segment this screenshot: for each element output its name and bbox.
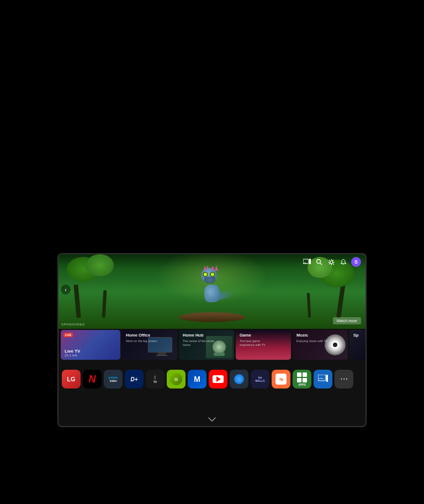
youtube-app[interactable]	[209, 370, 227, 389]
disney-plus-app[interactable]: D+	[125, 370, 144, 389]
tv-screen: S	[57, 253, 367, 427]
prime-logo: prime video	[109, 376, 118, 382]
bell-icon[interactable]	[339, 258, 348, 266]
lg-channels-app[interactable]: LG	[62, 370, 81, 389]
game-subtitle: The best game experience with TV	[240, 339, 273, 347]
live-badge: LIVE	[63, 333, 73, 337]
apps-grid-logo: APPS	[297, 372, 307, 386]
music-card[interactable]: Music Enjoying music with TV	[293, 330, 348, 360]
search-icon[interactable]	[315, 258, 324, 266]
music-subtitle: Enjoying music with TV	[296, 339, 328, 343]
home-office-title: Home Office	[126, 333, 150, 338]
prime-video-app[interactable]: prime video	[104, 370, 123, 389]
dragon-character	[193, 262, 231, 307]
svg-point-4	[330, 261, 333, 264]
apps-grid-app[interactable]: APPS	[293, 370, 311, 389]
svg-rect-1	[309, 259, 311, 264]
apple-tv-app[interactable]:  TV	[146, 370, 165, 389]
game-card[interactable]: Game The best game experience with TV	[236, 330, 291, 360]
home-office-subtitle: Work on the big screen	[126, 339, 157, 343]
user-avatar[interactable]: S	[351, 257, 361, 267]
tv-cast-app[interactable]	[314, 370, 332, 389]
more-icon: ⋯	[340, 375, 348, 384]
paramount-logo: M	[191, 373, 203, 385]
top-bar: S	[298, 254, 365, 270]
paramount-app[interactable]: M	[188, 370, 206, 389]
settings-icon[interactable]	[327, 258, 336, 266]
geforce-logo: G	[170, 373, 182, 385]
sports-title: Sp	[353, 333, 359, 338]
live-tv-channel: 25-1 tvN	[65, 354, 80, 357]
netflix-app[interactable]: N	[83, 370, 102, 389]
home-hub-title: Home Hub	[183, 333, 204, 338]
vinyl-center	[333, 343, 337, 347]
sponsored-label: SPONSORED	[61, 323, 85, 326]
geforce-now-app[interactable]: G	[167, 370, 186, 389]
shopen-logo: 🛍	[275, 374, 287, 385]
watch-more-button[interactable]: Watch more	[333, 317, 361, 324]
prev-hero-button[interactable]: ‹	[61, 285, 71, 295]
sports-card[interactable]: Sp	[349, 330, 365, 360]
youtube-logo	[213, 375, 224, 383]
live-tv-title: Live TV	[65, 349, 80, 354]
content-cards-row: LIVE Live TV 25-1 tvN Home Office Work o…	[59, 330, 365, 362]
apps-row: LG N prime video D+  TV G	[59, 366, 365, 392]
alexa-app[interactable]	[230, 370, 248, 389]
avatar-letter: S	[354, 259, 358, 265]
scroll-indicator	[206, 414, 218, 424]
youtube-play-icon	[216, 376, 221, 382]
live-tv-card[interactable]: LIVE Live TV 25-1 tvN	[61, 330, 120, 360]
black-background	[0, 0, 424, 504]
vinyl-record	[325, 334, 346, 355]
tv-cast-logo	[318, 375, 328, 384]
leemalls-app[interactable]: leeMALLS	[251, 370, 269, 389]
disney-logo: D+	[130, 376, 137, 382]
home-hub-card[interactable]: Home Hub The center of the smart home	[179, 330, 234, 360]
svg-rect-5	[318, 375, 326, 381]
leemalls-logo: leeMALLS	[255, 376, 264, 382]
netflix-logo: N	[89, 374, 96, 385]
svg-rect-6	[326, 375, 328, 382]
alexa-logo	[234, 374, 244, 384]
svg-line-3	[320, 263, 322, 265]
home-office-card[interactable]: Home Office Work on the big screen	[122, 330, 177, 360]
live-tv-info: Live TV 25-1 tvN	[65, 349, 80, 357]
game-title: Game	[240, 333, 251, 338]
svg-point-2	[317, 260, 321, 264]
music-title: Music	[296, 333, 308, 338]
home-hub-subtitle: The center of the smart home	[183, 339, 216, 347]
lg-logo: LG	[67, 376, 75, 382]
shopen-app[interactable]: 🛍	[272, 370, 290, 389]
apple-tv-logo:  TV	[153, 375, 157, 384]
more-apps-app[interactable]: ⋯	[335, 370, 353, 389]
screen-cast-icon[interactable]	[303, 258, 311, 266]
